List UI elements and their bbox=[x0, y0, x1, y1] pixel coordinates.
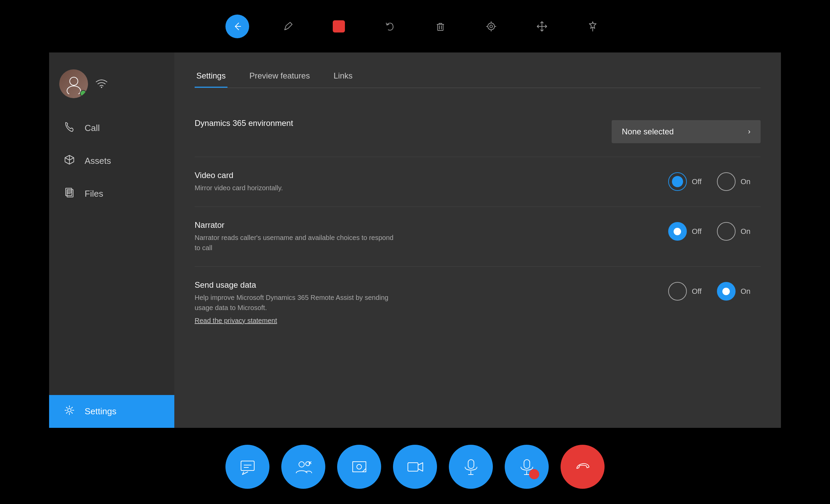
send-usage-radio-group: Off On bbox=[668, 282, 761, 301]
send-usage-on-radio[interactable] bbox=[717, 282, 736, 301]
narrator-off-radio[interactable] bbox=[668, 222, 687, 241]
svg-rect-16 bbox=[524, 460, 530, 468]
svg-point-1 bbox=[488, 23, 495, 30]
record-active-indicator bbox=[529, 469, 539, 479]
avatar bbox=[59, 69, 88, 98]
video-button[interactable] bbox=[393, 445, 437, 489]
narrator-setting-row: Narrator Narrator reads caller's usernam… bbox=[195, 207, 761, 267]
svg-rect-14 bbox=[408, 463, 418, 471]
back-button[interactable] bbox=[225, 15, 249, 38]
online-badge bbox=[80, 90, 87, 97]
undo-button[interactable] bbox=[378, 15, 401, 38]
pin-button[interactable] bbox=[581, 15, 605, 38]
sidebar-item-assets[interactable]: Assets bbox=[49, 145, 174, 177]
trash-button[interactable] bbox=[429, 15, 452, 38]
dynamics-dropdown[interactable]: None selected › bbox=[612, 120, 761, 143]
send-usage-control: Off On bbox=[668, 282, 761, 301]
participants-button[interactable] bbox=[281, 445, 325, 489]
record-square-button[interactable] bbox=[327, 15, 351, 38]
send-usage-off-label: Off bbox=[692, 287, 702, 296]
send-usage-label: Send usage data Help improve Microsoft D… bbox=[195, 280, 655, 325]
tabs: Settings Preview features Links bbox=[195, 66, 761, 88]
narrator-off-label: Off bbox=[692, 227, 702, 236]
send-usage-off-radio[interactable] bbox=[668, 282, 687, 301]
svg-point-10 bbox=[299, 462, 304, 467]
svg-rect-9 bbox=[241, 461, 254, 470]
files-label: Files bbox=[85, 189, 103, 199]
dynamics-control: None selected › bbox=[612, 120, 761, 143]
screenshot-button[interactable] bbox=[337, 445, 381, 489]
send-usage-on-label: On bbox=[741, 287, 750, 296]
sidebar-item-files[interactable]: Files bbox=[49, 177, 174, 210]
tab-settings[interactable]: Settings bbox=[195, 66, 227, 88]
phone-icon bbox=[63, 121, 76, 135]
svg-point-13 bbox=[357, 464, 362, 469]
video-card-label: Video card Mirror video card horizontall… bbox=[195, 171, 655, 193]
settings-label: Settings bbox=[85, 406, 116, 417]
call-label: Call bbox=[85, 123, 100, 133]
send-usage-setting-row: Send usage data Help improve Microsoft D… bbox=[195, 267, 761, 338]
video-card-control: Off On bbox=[668, 172, 761, 191]
content-area: Settings Preview features Links Dynamics… bbox=[174, 52, 781, 428]
sidebar: Call Assets Files bbox=[49, 52, 174, 428]
video-card-off-label: Off bbox=[692, 177, 702, 186]
narrator-radio-group: Off On bbox=[668, 222, 761, 241]
tab-preview-features[interactable]: Preview features bbox=[248, 66, 312, 88]
gear-icon bbox=[63, 404, 76, 418]
sidebar-item-call[interactable]: Call bbox=[49, 112, 174, 145]
bottom-toolbar bbox=[0, 430, 830, 504]
narrator-label: Narrator Narrator reads caller's usernam… bbox=[195, 220, 655, 253]
move-button[interactable] bbox=[530, 15, 554, 38]
chevron-right-icon: › bbox=[748, 127, 750, 136]
sidebar-item-settings[interactable]: Settings bbox=[49, 395, 174, 428]
wifi-icon bbox=[95, 76, 108, 91]
files-icon bbox=[63, 187, 76, 201]
mic-button[interactable] bbox=[449, 445, 493, 489]
main-panel: Call Assets Files bbox=[49, 52, 781, 428]
narrator-on-radio[interactable] bbox=[717, 222, 736, 241]
dynamics-setting-row: Dynamics 365 environment None selected › bbox=[195, 105, 761, 157]
narrator-control: Off On bbox=[668, 222, 761, 241]
video-card-radio-group: Off On bbox=[668, 172, 761, 191]
dynamics-label: Dynamics 365 environment bbox=[195, 118, 598, 131]
video-card-off-radio[interactable] bbox=[668, 172, 687, 191]
svg-rect-0 bbox=[438, 24, 443, 30]
user-section bbox=[49, 63, 174, 112]
svg-point-8 bbox=[68, 409, 71, 412]
privacy-link[interactable]: Read the privacy statement bbox=[195, 317, 277, 325]
tab-links[interactable]: Links bbox=[332, 66, 354, 88]
assets-label: Assets bbox=[85, 156, 111, 166]
target-button[interactable] bbox=[479, 15, 503, 38]
chat-button[interactable] bbox=[225, 445, 269, 489]
video-card-setting-row: Video card Mirror video card horizontall… bbox=[195, 157, 761, 207]
record-button[interactable] bbox=[505, 445, 549, 489]
narrator-on-label: On bbox=[741, 227, 750, 236]
hangup-button[interactable] bbox=[561, 445, 605, 489]
svg-rect-15 bbox=[468, 460, 474, 468]
cube-icon bbox=[63, 154, 76, 168]
pen-button[interactable] bbox=[276, 15, 300, 38]
svg-point-3 bbox=[70, 77, 78, 85]
svg-point-4 bbox=[67, 86, 81, 94]
video-card-on-label: On bbox=[741, 177, 750, 186]
svg-point-5 bbox=[101, 87, 102, 88]
svg-point-2 bbox=[490, 25, 493, 28]
top-toolbar bbox=[0, 0, 830, 52]
video-card-on-radio[interactable] bbox=[717, 172, 736, 191]
